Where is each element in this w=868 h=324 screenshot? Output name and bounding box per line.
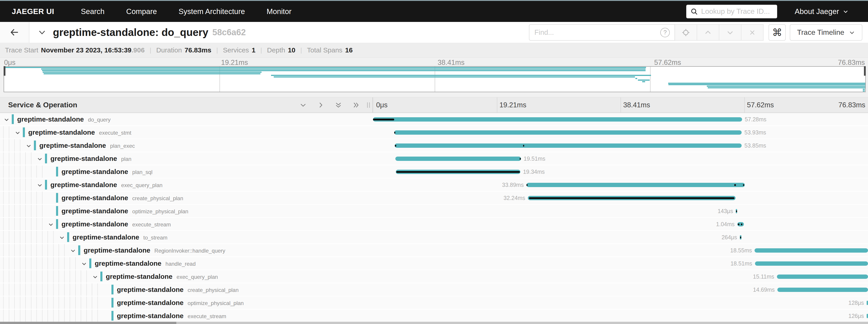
span-children-toggle[interactable] (37, 156, 43, 162)
span-bar[interactable] (777, 274, 868, 279)
indent-guide (42, 270, 42, 283)
collapse-all-icon[interactable] (335, 101, 342, 109)
span-timeline-cell[interactable]: 33.89ms (373, 179, 868, 191)
span-bar[interactable] (373, 117, 742, 122)
nav-item-system-architecture[interactable]: System Architecture (179, 7, 245, 16)
span-timeline-cell[interactable]: 19.34ms (373, 165, 868, 178)
back-button[interactable] (0, 22, 29, 43)
span-timeline-cell[interactable]: 143μs (373, 205, 868, 217)
span-timeline-cell[interactable]: 1.04ms (373, 218, 868, 230)
span-name-cell[interactable]: greptime-standaloneexec_query_plan (0, 270, 373, 283)
minimap-canvas[interactable] (4, 66, 866, 92)
find-prev-button[interactable] (697, 24, 719, 41)
span-timeline-cell[interactable]: 126μs (373, 310, 868, 322)
indent-guide (3, 257, 4, 269)
find-help[interactable]: ? (655, 24, 675, 41)
minimap-right-scrubber[interactable] (864, 66, 866, 76)
span-timeline-cell[interactable]: 14.69ms (373, 283, 868, 296)
critical-path-segment (738, 223, 739, 225)
span-children-toggle[interactable] (59, 235, 65, 240)
horizontal-scrollbar-thumb[interactable] (0, 322, 176, 324)
find-next-button[interactable] (719, 24, 741, 41)
trace-view-selector[interactable]: Trace Timeline (790, 24, 862, 41)
expand-all-icon[interactable] (352, 101, 360, 109)
indent-guide (3, 283, 4, 296)
span-name-cell[interactable]: greptime-standalonecreate_physical_plan (0, 283, 373, 296)
about-jaeger-menu[interactable]: About Jaeger (795, 7, 848, 16)
span-children-toggle[interactable] (70, 248, 76, 254)
span-timeline-cell[interactable]: 53.85ms (373, 139, 868, 152)
span-name-cell[interactable]: greptime-standaloneplan (0, 152, 373, 165)
nav-right: About Jaeger (686, 5, 848, 18)
span-row: greptime-standaloneplan_sql 19.34ms (0, 165, 868, 179)
span-name-cell[interactable]: greptime-standaloneplan_sql (0, 165, 373, 178)
indent-guide (20, 270, 20, 283)
span-children-toggle[interactable] (4, 117, 9, 123)
span-timeline-cell[interactable]: 57.28ms (373, 113, 868, 125)
service-name: greptime-standaloneplan_sql (61, 165, 152, 178)
span-timeline-cell[interactable]: 15.11ms (373, 270, 868, 283)
span-children-toggle[interactable] (26, 143, 32, 149)
span-bar[interactable] (755, 261, 868, 266)
nav-item-monitor[interactable]: Monitor (267, 7, 291, 16)
span-bar[interactable] (526, 183, 745, 187)
span-bar[interactable] (867, 314, 868, 318)
span-timeline-cell[interactable]: 264μs (373, 231, 868, 244)
service-name: greptime-standalonecreate_physical_plan (61, 192, 183, 204)
span-children-toggle[interactable] (81, 261, 87, 267)
span-bar[interactable] (754, 248, 868, 253)
span-children-toggle[interactable] (92, 274, 98, 280)
span-name-cell[interactable]: greptime-standalonecreate_physical_plan (0, 192, 373, 204)
span-name-cell[interactable]: greptime-standaloneplan_exec (0, 139, 373, 152)
span-name-cell[interactable]: greptime-standaloneexecute_stmt (0, 126, 373, 138)
span-children-toggle[interactable] (15, 130, 21, 136)
span-bar[interactable] (394, 130, 742, 135)
span-timeline-cell[interactable]: 19.51ms (373, 152, 868, 165)
horizontal-scrollbar[interactable] (0, 322, 868, 324)
span-timeline-cell[interactable]: 18.51ms (373, 257, 868, 269)
axis-gridline (744, 97, 745, 112)
find-input[interactable] (529, 24, 655, 41)
find-clear-button[interactable] (741, 24, 764, 41)
indent-guide (20, 310, 20, 322)
span-bar[interactable] (777, 288, 868, 292)
collapse-one-icon[interactable] (299, 101, 307, 109)
span-name-cell[interactable]: greptime-standaloneRegionInvoker::handle… (0, 244, 373, 256)
indent-guide (31, 310, 31, 322)
span-bar[interactable] (395, 157, 521, 161)
jaeger-logo[interactable]: JAEGER UI (12, 7, 54, 16)
focus-span-button[interactable] (675, 24, 697, 41)
span-name-cell[interactable]: greptime-standalonehandle_read (0, 257, 373, 269)
span-timeline-cell[interactable]: 53.93ms (373, 126, 868, 138)
span-name-cell[interactable]: greptime-standaloneoptimize_physical_pla… (0, 205, 373, 217)
span-timeline-cell[interactable]: 18.55ms (373, 244, 868, 256)
minimap-left-scrubber[interactable] (4, 66, 5, 76)
column-resize-grip[interactable] (367, 102, 370, 108)
span-name-cell[interactable]: greptime-standaloneexec_query_plan (0, 179, 373, 191)
indent-guide (86, 310, 87, 322)
span-name-cell[interactable]: greptime-standaloneexecute_stream (0, 310, 373, 322)
span-children-toggle[interactable] (37, 182, 43, 188)
trace-header-collapse-toggle[interactable] (37, 28, 46, 37)
span-name-cell[interactable]: greptime-standaloneto_stream (0, 231, 373, 244)
span-children-toggle[interactable] (48, 222, 54, 228)
indent-guide (9, 218, 9, 230)
span-name-cell[interactable]: greptime-standaloneoptimize_physical_pla… (0, 296, 373, 309)
span-bar[interactable] (867, 301, 868, 305)
keyboard-shortcuts-button[interactable]: ⌘ (769, 24, 786, 41)
span-timeline-cell[interactable]: 32.24ms (373, 192, 868, 204)
indent-guide (70, 257, 70, 269)
nav-item-compare[interactable]: Compare (126, 7, 157, 16)
span-bar[interactable] (395, 143, 742, 148)
span-row: greptime-standaloneplan_exec 53.85ms (0, 139, 868, 152)
expand-one-icon[interactable] (317, 101, 324, 109)
operation-name: execute_stream (188, 313, 226, 319)
span-timeline-cell[interactable]: 128μs (373, 296, 868, 309)
service-color-bar (23, 127, 25, 137)
span-name-cell[interactable]: greptime-standaloneexecute_stream (0, 218, 373, 230)
trace-lookup-input[interactable] (701, 7, 773, 15)
span-name-cell[interactable]: greptime-standalonedo_query (0, 113, 373, 125)
service-color-bar (56, 193, 58, 203)
indent-guide (9, 283, 9, 296)
nav-item-search[interactable]: Search (81, 7, 105, 16)
